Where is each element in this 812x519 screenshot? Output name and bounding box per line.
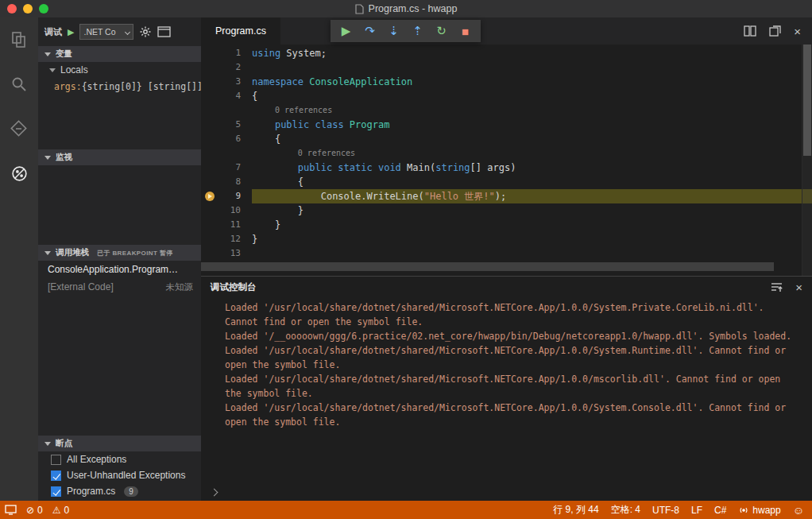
breakpoint-checkbox[interactable] bbox=[51, 471, 61, 481]
warnings-status[interactable]: ⚠ 0 bbox=[52, 505, 69, 516]
code-line[interactable]: 6 { bbox=[201, 132, 812, 146]
step-out-button[interactable]: ⇡ bbox=[407, 21, 428, 41]
code-line[interactable]: 10 } bbox=[201, 203, 812, 218]
eol-status[interactable]: LF bbox=[691, 505, 702, 516]
horizontal-scrollbar[interactable] bbox=[201, 262, 791, 271]
locals-scope-row[interactable]: Locals bbox=[38, 62, 201, 78]
code-text[interactable]: { bbox=[252, 89, 812, 103]
gutter[interactable]: 5 bbox=[201, 118, 252, 132]
code-line[interactable]: 2 bbox=[201, 60, 812, 75]
gutter[interactable]: 7 bbox=[201, 161, 252, 175]
search-icon[interactable] bbox=[8, 73, 30, 95]
gutter[interactable]: 8 bbox=[201, 175, 252, 189]
gutter[interactable]: 2 bbox=[201, 60, 252, 75]
debug-config-select[interactable]: .NET Co bbox=[79, 24, 133, 40]
close-editor-icon[interactable]: × bbox=[794, 25, 801, 38]
code-editor[interactable]: 1using System;23namespace ConsoleApplica… bbox=[201, 45, 812, 276]
continue-button[interactable]: ▶ bbox=[335, 21, 357, 41]
stop-button[interactable]: ■ bbox=[454, 21, 476, 41]
gutter[interactable]: 6 bbox=[201, 132, 252, 146]
feedback-smiley-icon[interactable]: ☺ bbox=[793, 504, 804, 517]
code-line[interactable]: 1using System; bbox=[201, 46, 812, 60]
tab-program-cs[interactable]: Program.cs bbox=[201, 17, 280, 45]
cursor-position-status[interactable]: 行 9, 列 44 bbox=[553, 503, 598, 517]
titlebar[interactable]: Program.cs - hwapp bbox=[0, 0, 812, 17]
variables-section-header[interactable]: 变量 bbox=[38, 46, 201, 62]
debug-console-input[interactable] bbox=[201, 483, 812, 501]
code-line[interactable]: 7 public static void Main(string[] args) bbox=[201, 161, 812, 175]
code-text[interactable]: { bbox=[252, 175, 812, 189]
stack-frame-row[interactable]: ConsoleApplication.Program… bbox=[38, 261, 201, 278]
zoom-window-button[interactable] bbox=[39, 4, 48, 14]
debug-icon[interactable] bbox=[8, 162, 30, 184]
code-line[interactable]: 11 } bbox=[201, 218, 812, 232]
restart-button[interactable]: ↻ bbox=[431, 21, 452, 41]
code-text[interactable]: } bbox=[252, 232, 812, 246]
debug-process-status[interactable]: hwapp bbox=[738, 505, 780, 516]
source-control-icon[interactable] bbox=[8, 118, 30, 140]
code-text[interactable] bbox=[252, 246, 812, 261]
breakpoint-checkbox[interactable] bbox=[51, 486, 61, 497]
code-line[interactable]: 9 Console.WriteLine("Hello 世界!"); bbox=[201, 189, 812, 203]
split-editor-icon[interactable] bbox=[744, 25, 756, 37]
code-line[interactable]: 13 bbox=[201, 246, 812, 261]
window-icon[interactable] bbox=[5, 505, 17, 515]
step-over-button[interactable]: ↷ bbox=[359, 21, 381, 41]
indentation-status[interactable]: 空格: 4 bbox=[611, 503, 640, 517]
code-text[interactable]: } bbox=[252, 203, 812, 218]
codelens-label[interactable]: 0 references bbox=[252, 103, 812, 118]
code-text[interactable]: namespace ConsoleApplication bbox=[252, 75, 812, 89]
errors-status[interactable]: ⊘ 0 bbox=[26, 505, 43, 516]
configure-gear-icon[interactable] bbox=[139, 25, 152, 38]
current-statement-marker[interactable] bbox=[205, 192, 215, 201]
encoding-status[interactable]: UTF-8 bbox=[652, 505, 679, 516]
minimize-window-button[interactable] bbox=[23, 4, 33, 14]
open-preview-icon[interactable] bbox=[769, 25, 781, 37]
explorer-icon[interactable] bbox=[8, 29, 30, 51]
code-line[interactable]: 12} bbox=[201, 232, 812, 246]
gutter[interactable]: 11 bbox=[201, 218, 252, 232]
codelens-label[interactable]: 0 references bbox=[252, 146, 812, 161]
code-text[interactable] bbox=[252, 60, 812, 75]
gutter[interactable]: 10 bbox=[201, 203, 252, 218]
code-text[interactable]: Console.WriteLine("Hello 世界!"); bbox=[252, 189, 812, 203]
code-line[interactable]: 8 { bbox=[201, 175, 812, 189]
debug-console-tab[interactable]: 调试控制台 bbox=[211, 281, 257, 293]
clear-console-icon[interactable] bbox=[771, 282, 783, 292]
gutter[interactable]: 13 bbox=[201, 246, 252, 261]
gutter[interactable]: 12 bbox=[201, 232, 252, 246]
code-line[interactable]: 5 public class Program bbox=[201, 118, 812, 132]
gutter[interactable]: 9 bbox=[201, 189, 252, 203]
codelens-row[interactable]: 0 references bbox=[201, 103, 812, 118]
code-line[interactable]: 3namespace ConsoleApplication bbox=[201, 75, 812, 89]
breakpoint-row[interactable]: All Exceptions bbox=[38, 451, 201, 467]
call-stack-section-header[interactable]: 调用堆栈 已于 BREAKPOINT 暂停 bbox=[38, 245, 201, 261]
code-text[interactable]: { bbox=[252, 132, 812, 146]
close-panel-icon[interactable]: × bbox=[795, 281, 802, 294]
step-into-button[interactable]: ⇣ bbox=[383, 21, 404, 41]
breakpoint-row[interactable]: User-Unhandled Exceptions bbox=[38, 467, 201, 483]
close-window-button[interactable] bbox=[7, 4, 17, 14]
gutter[interactable]: 4 bbox=[201, 89, 252, 103]
code-text[interactable]: using System; bbox=[252, 46, 812, 60]
breakpoints-section-header[interactable]: 断点 bbox=[38, 436, 201, 451]
gutter[interactable] bbox=[201, 103, 252, 118]
breakpoint-row[interactable]: Program.cs9 bbox=[38, 483, 201, 499]
variable-row[interactable]: args: {string[0]} [string[]] bbox=[38, 78, 201, 95]
open-debug-console-icon[interactable] bbox=[157, 26, 171, 37]
start-debug-button[interactable]: ▶ bbox=[68, 27, 74, 37]
watch-section-header[interactable]: 监视 bbox=[38, 149, 201, 165]
debug-console-output[interactable]: Loaded '/usr/local/share/dotnet/shared/M… bbox=[201, 297, 812, 483]
vertical-scrollbar[interactable] bbox=[802, 45, 812, 276]
breakpoint-checkbox[interactable] bbox=[51, 455, 61, 465]
gutter[interactable]: 3 bbox=[201, 75, 252, 89]
gutter[interactable] bbox=[201, 146, 252, 161]
codelens-row[interactable]: 0 references bbox=[201, 146, 812, 161]
code-text[interactable]: public class Program bbox=[252, 118, 812, 132]
language-status[interactable]: C# bbox=[714, 505, 726, 516]
code-text[interactable]: } bbox=[252, 218, 812, 232]
gutter[interactable]: 1 bbox=[201, 46, 252, 60]
stack-frame-row[interactable]: [External Code]未知源 bbox=[38, 278, 201, 296]
code-line[interactable]: 4{ bbox=[201, 89, 812, 103]
code-text[interactable]: public static void Main(string[] args) bbox=[252, 161, 812, 175]
